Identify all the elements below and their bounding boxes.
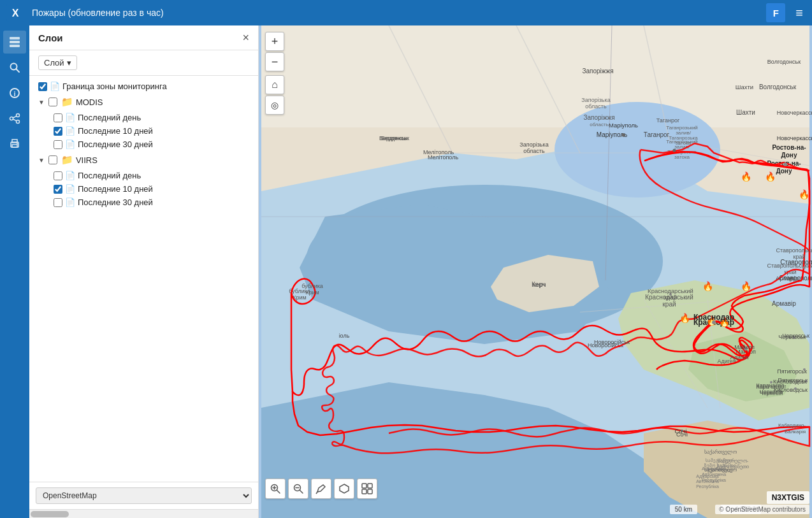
icon-sidebar: i (0, 25, 29, 518)
svg-text:🔥: 🔥 (702, 281, 714, 292)
svg-rect-16 (12, 145, 17, 147)
tree-label-viirs-10days: Последние 10 дней (78, 184, 249, 194)
svg-text:Краснодар: Краснодар (693, 313, 734, 322)
layers-sidebar-btn[interactable] (3, 31, 26, 54)
svg-text:область: область (585, 103, 607, 110)
tree-checkbox-viirs-10days[interactable] (54, 185, 62, 194)
svg-text:🔥: 🔥 (741, 171, 752, 182)
tree-checkbox-viirs-group[interactable] (48, 155, 57, 164)
zoom-out-button[interactable]: − (265, 52, 284, 71)
svg-line-13 (13, 119, 16, 121)
tree-label-viirs-30days: Последние 30 дней (78, 198, 249, 207)
scroll-thumb (31, 511, 69, 517)
tree-checkbox-boundary[interactable] (38, 82, 47, 91)
map-container[interactable]: Запоріжжя область Запорізька область Мел… (259, 25, 812, 518)
svg-rect-15 (12, 140, 17, 143)
basemap-select[interactable]: OpenStreetMap Satellite Terrain (36, 487, 252, 504)
tree-label-modis-day: Последний день (78, 113, 249, 122)
print-sidebar-btn[interactable] (3, 133, 26, 155)
attribution-text: © OpenStreetMap contributors (719, 506, 806, 513)
main-content: i Слои × (0, 25, 812, 518)
svg-text:бублика: бублика (301, 283, 323, 289)
svg-marker-20 (261, 25, 809, 127)
doc-icon-boundary: 📄 (50, 82, 60, 91)
layers-title: Слои (38, 32, 63, 43)
horizontal-scrollbar[interactable] (29, 509, 258, 518)
map-bottom-toolbar (265, 478, 377, 499)
svg-rect-3 (10, 41, 20, 43)
svg-point-11 (17, 120, 20, 124)
svg-rect-4 (10, 45, 20, 47)
share-sidebar-btn[interactable] (3, 107, 26, 130)
svg-text:Волгодонськ: Волгодонськ (767, 59, 801, 65)
svg-text:🔥: 🔥 (765, 171, 776, 182)
svg-point-10 (10, 117, 13, 120)
tree-checkbox-modis-group[interactable] (48, 97, 57, 106)
svg-rect-158 (362, 484, 366, 488)
svg-rect-159 (368, 484, 372, 488)
location-button[interactable]: ◎ (265, 96, 284, 115)
layers-toolbar: Слой ▾ (29, 50, 258, 76)
collapse-modis-btn[interactable]: ▼ (38, 99, 45, 106)
layer-dropdown[interactable]: Слой ▾ (38, 55, 77, 70)
polygon-tool[interactable] (334, 478, 354, 499)
svg-text:Дону: Дону (781, 152, 797, 159)
layers-panel-header: Слои × (29, 25, 258, 50)
svg-text:Маріуполь: Маріуполь (609, 122, 638, 129)
svg-rect-2 (10, 37, 20, 40)
svg-point-94 (783, 162, 787, 166)
app-logo: X (6, 4, 24, 22)
scale-label: 50 km (675, 506, 692, 513)
svg-text:Республіка: Республіка (696, 484, 719, 489)
svg-text:Ростов-на-: Ростов-на- (772, 144, 806, 151)
menu-icon[interactable]: ≡ (793, 3, 806, 23)
svg-point-93 (622, 134, 625, 137)
svg-text:საქართველო: საქართველო (704, 449, 737, 455)
tree-item-viirs-30days: 📄 Последние 30 дней (29, 196, 258, 209)
svg-text:Таганрог: Таганрог (644, 131, 670, 138)
svg-line-154 (300, 491, 303, 494)
svg-text:Майкоп: Майкоп (734, 344, 755, 350)
tree-checkbox-viirs-day[interactable] (54, 171, 62, 180)
close-layers-button[interactable]: × (242, 32, 249, 43)
tree-checkbox-viirs-30days[interactable] (54, 198, 62, 207)
split-tool[interactable] (357, 478, 377, 499)
info-sidebar-btn[interactable]: i (3, 82, 26, 104)
tree-item-viirs-group: ▼ 📁 VIIRS (29, 151, 258, 169)
tree-checkbox-modis-10days[interactable] (54, 127, 62, 136)
tree-label-modis-30days: Последние 30 дней (78, 140, 249, 149)
draw-tool[interactable] (311, 478, 331, 499)
collapse-viirs-btn[interactable]: ▼ (38, 157, 45, 164)
search-sidebar-btn[interactable] (3, 56, 26, 79)
svg-text:область: область (590, 122, 609, 127)
svg-point-99 (803, 266, 806, 269)
svg-point-17 (17, 143, 18, 145)
svg-text:Новочеркасськ: Новочеркасськ (777, 135, 812, 141)
svg-line-12 (13, 116, 16, 118)
tree-item-modis-10days: 📄 Последние 10 дней (29, 124, 258, 138)
zoom-in-button[interactable]: + (265, 32, 284, 51)
map-zoom-out-tool[interactable] (288, 478, 308, 499)
tree-item-viirs-10days: 📄 Последние 10 дней (29, 182, 258, 196)
user-button[interactable]: F (766, 3, 785, 22)
tree-checkbox-modis-day[interactable] (54, 113, 62, 122)
svg-rect-161 (368, 489, 372, 494)
tree-item-viirs-day: 📄 Последний день (29, 169, 258, 182)
svg-text:🔥: 🔥 (741, 281, 752, 292)
doc-icon-modis-30days: 📄 (65, 140, 75, 149)
app-header: X Пожары (обновление раз в час) F ≡ (0, 0, 812, 25)
map-zoom-in-tool[interactable] (265, 478, 286, 499)
doc-icon-viirs-30days: 📄 (65, 198, 75, 207)
svg-text:Запоріжжя: Запоріжжя (583, 114, 614, 121)
svg-text:затока: затока (674, 154, 690, 160)
tree-checkbox-modis-30days[interactable] (54, 140, 62, 149)
svg-text:Таганрог: Таганрог (656, 117, 680, 124)
svg-text:Балкарія: Балкарія (785, 429, 806, 435)
nextgis-brand: N3XTGIS (772, 493, 804, 502)
map-zoom-controls: + − ⌂ ◎ (265, 32, 284, 115)
home-button[interactable]: ⌂ (265, 75, 284, 94)
svg-text:край: край (664, 294, 677, 301)
layer-dropdown-label: Слой (44, 58, 64, 68)
layer-dropdown-arrow: ▾ (67, 58, 71, 68)
doc-icon-viirs-10days: 📄 (65, 184, 75, 194)
